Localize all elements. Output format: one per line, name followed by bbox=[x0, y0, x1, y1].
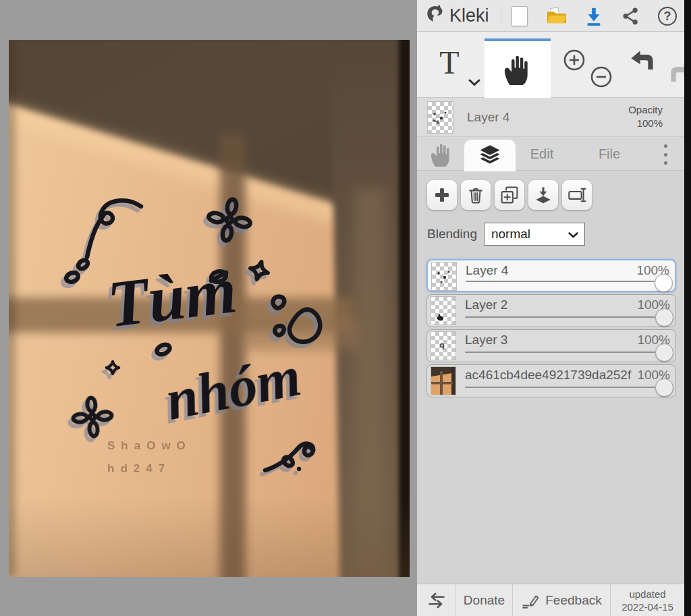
script-word-2: nhóm bbox=[161, 344, 306, 432]
layer-name: Layer 2 bbox=[465, 298, 634, 312]
feedback-button[interactable]: Feedback bbox=[513, 584, 611, 616]
download-icon bbox=[584, 6, 604, 26]
delete-layer-button[interactable] bbox=[461, 180, 491, 210]
share-icon bbox=[621, 6, 640, 26]
updated-date: 2022-04-15 bbox=[621, 600, 673, 613]
tab-draw[interactable] bbox=[426, 141, 456, 168]
donate-button[interactable]: Donate bbox=[456, 584, 513, 616]
swap-panel-side-button[interactable] bbox=[417, 584, 456, 616]
open-file-button[interactable] bbox=[545, 5, 569, 28]
layers-tab-icon bbox=[477, 144, 503, 168]
duplicate-layer-button[interactable] bbox=[495, 180, 524, 210]
new-file-icon bbox=[512, 6, 528, 26]
blending-select[interactable]: normal bbox=[484, 223, 585, 246]
sparkle-right bbox=[248, 259, 270, 281]
feedback-label: Feedback bbox=[545, 593, 601, 608]
circle-doodle-center bbox=[155, 343, 171, 356]
hand-tab-icon bbox=[429, 141, 453, 168]
zoom-out-button[interactable] bbox=[589, 65, 613, 89]
more-menu-icon[interactable] bbox=[659, 143, 672, 166]
plus-icon bbox=[434, 187, 450, 203]
flourish-top-left bbox=[74, 200, 141, 275]
tab-file[interactable]: File bbox=[586, 137, 633, 171]
ink-doodles: Tùm nhóm bbox=[9, 40, 410, 577]
kleki-logo-icon bbox=[424, 4, 447, 27]
layer-name: Layer 4 bbox=[466, 263, 633, 278]
hand-icon bbox=[502, 52, 533, 87]
canvas-viewport[interactable]: Tùm nhóm ShaOwO hd247 bbox=[0, 0, 417, 616]
circle-doodle-left bbox=[65, 271, 79, 283]
panel-tabs: Edit File bbox=[417, 137, 684, 171]
open-folder-icon bbox=[546, 7, 568, 26]
artwork-canvas[interactable]: Tùm nhóm ShaOwO hd247 bbox=[9, 40, 410, 577]
undo-button[interactable] bbox=[629, 49, 656, 75]
paisley-drops bbox=[273, 297, 321, 342]
kleki-app: Tùm nhóm ShaOwO hd247 Kleki bbox=[0, 0, 691, 616]
active-layer-name: Layer 4 bbox=[467, 98, 509, 137]
share-button[interactable] bbox=[619, 5, 643, 28]
layer-thumbnail bbox=[431, 296, 456, 325]
help-icon: ? bbox=[658, 7, 677, 26]
opacity-slider-handle[interactable] bbox=[655, 274, 673, 292]
add-layer-button[interactable] bbox=[427, 180, 457, 210]
layer-row-layer3[interactable]: Layer 3 100% bbox=[426, 329, 676, 362]
opacity-value: 100% bbox=[628, 117, 663, 130]
tab-edit[interactable]: Edit bbox=[518, 137, 565, 171]
layer-thumbnail-photo bbox=[431, 366, 456, 395]
layer-name: ac461cb4dee4921739da252f bbox=[465, 368, 634, 383]
watermark-line1: ShaOwO bbox=[107, 439, 192, 453]
active-layer-preview: Layer 4 Opacity 100% bbox=[417, 98, 684, 137]
opacity-label: Opacity bbox=[628, 103, 663, 117]
layer-thumbnail bbox=[431, 331, 456, 360]
bottom-bar: Donate Feedback updated 2022-04-15 bbox=[417, 584, 684, 616]
feedback-pencil-icon bbox=[521, 592, 540, 609]
tool-row: T bbox=[417, 32, 684, 98]
layer-thumbnail bbox=[431, 262, 457, 291]
help-button[interactable]: ? bbox=[655, 5, 680, 28]
hand-tool-button-selected[interactable] bbox=[485, 38, 551, 98]
opacity-slider[interactable] bbox=[465, 387, 655, 388]
merge-down-icon bbox=[534, 186, 552, 204]
layer-row-layer2[interactable]: Layer 2 100% bbox=[426, 294, 676, 327]
updated-label: updated bbox=[629, 588, 665, 600]
tab-layers-selected[interactable] bbox=[464, 140, 516, 171]
text-tool-button[interactable]: T bbox=[429, 37, 470, 91]
opacity-slider-handle[interactable] bbox=[655, 379, 673, 397]
blending-row: Blending normal bbox=[427, 223, 585, 246]
rename-layer-button[interactable] bbox=[562, 180, 592, 210]
layer-row-background-photo[interactable]: ac461cb4dee4921739da252f 100% bbox=[426, 364, 676, 397]
screen-right-edge bbox=[684, 0, 691, 616]
opacity-slider[interactable] bbox=[466, 281, 655, 282]
opacity-slider-handle[interactable] bbox=[655, 308, 673, 327]
flower-bottom-left bbox=[72, 396, 113, 438]
merge-layer-button[interactable] bbox=[528, 180, 558, 210]
layer-list: Layer 4 100% Layer 2 100% bbox=[426, 259, 676, 399]
tool-panel: Kleki bbox=[417, 0, 684, 616]
divider bbox=[501, 5, 501, 26]
opacity-slider-handle[interactable] bbox=[655, 343, 673, 362]
chevron-down-icon bbox=[568, 232, 578, 238]
flourish-bottom-right bbox=[265, 444, 313, 472]
opacity-slider[interactable] bbox=[465, 352, 655, 353]
chevron-down-icon[interactable] bbox=[468, 79, 480, 86]
flower-top-middle bbox=[205, 196, 254, 244]
blending-label: Blending bbox=[427, 227, 477, 242]
layer-row-layer4[interactable]: Layer 4 100% bbox=[426, 259, 676, 292]
layer-action-buttons bbox=[427, 180, 592, 210]
opacity-readout: Opacity 100% bbox=[628, 103, 663, 130]
layers-panel: Blending normal Layer 4 bbox=[417, 171, 684, 584]
sparkle-left bbox=[107, 362, 119, 374]
watermark-line2: hd247 bbox=[107, 462, 171, 476]
save-download-button[interactable] bbox=[582, 5, 606, 28]
top-bar: Kleki bbox=[417, 0, 684, 32]
new-file-button[interactable] bbox=[507, 5, 532, 28]
app-title: Kleki bbox=[449, 0, 489, 32]
updated-info: updated 2022-04-15 bbox=[611, 584, 684, 616]
zoom-in-button[interactable] bbox=[562, 48, 586, 72]
donate-label: Donate bbox=[464, 593, 505, 608]
script-word-1: Tùm bbox=[104, 253, 240, 341]
layer-name: Layer 3 bbox=[465, 333, 634, 347]
duplicate-icon bbox=[501, 186, 518, 204]
opacity-slider[interactable] bbox=[465, 316, 655, 318]
rename-icon bbox=[567, 186, 587, 204]
